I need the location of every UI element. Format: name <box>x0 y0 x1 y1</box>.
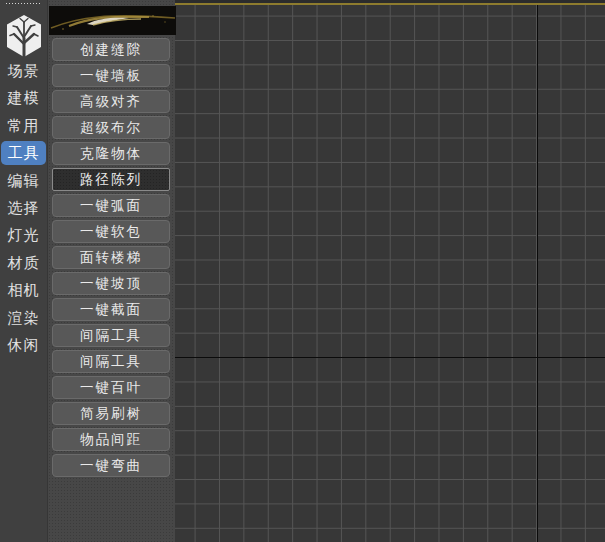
sidebar-item-edit[interactable]: 编辑 <box>1 169 46 193</box>
panel-grip-handle[interactable] <box>5 2 42 6</box>
sidebar-item-camera[interactable]: 相机 <box>1 278 46 302</box>
tree-hexagon-logo-icon <box>5 14 43 58</box>
sidebar-item-lights[interactable]: 灯光 <box>1 223 46 247</box>
sidebar-item-leisure[interactable]: 休闲 <box>1 333 46 357</box>
plugin-toolbox-panel: 创建缝隙 一键墙板 高级对齐 超级布尔 克隆物体 路径陈列 一键弧面 一键软包 … <box>47 0 176 542</box>
tool-button-spacing-tool-2[interactable]: 间隔工具 <box>52 350 170 373</box>
tool-button-soft-pad[interactable]: 一键软包 <box>52 220 170 243</box>
tool-button-path-array[interactable]: 路径陈列 <box>52 168 170 191</box>
tool-button-super-boolean[interactable]: 超级布尔 <box>52 116 170 139</box>
tool-button-wall-panel[interactable]: 一键墙板 <box>52 64 170 87</box>
sidebar-item-material[interactable]: 材质 <box>1 251 46 275</box>
grid-axis-horizontal <box>175 357 605 359</box>
tool-button-bend[interactable]: 一键弯曲 <box>52 454 170 477</box>
sidebar-item-scene[interactable]: 场景 <box>1 59 46 83</box>
banner-image <box>49 6 176 35</box>
sidebar-item-select[interactable]: 选择 <box>1 196 46 220</box>
sidebar-item-render[interactable]: 渲染 <box>1 306 46 330</box>
tool-button-brush-trees[interactable]: 简易刷树 <box>52 402 170 425</box>
category-sidebar: 场景 建模 常用 工具 编辑 选择 灯光 材质 相机 渲染 休闲 <box>0 0 47 542</box>
tool-button-create-gap[interactable]: 创建缝隙 <box>52 38 170 61</box>
tool-button-roof-slope[interactable]: 一键坡顶 <box>52 272 170 295</box>
sidebar-item-tools[interactable]: 工具 <box>1 141 46 165</box>
sidebar-item-list: 场景 建模 常用 工具 编辑 选择 灯光 材质 相机 渲染 休闲 <box>1 59 46 357</box>
tool-button-spacing-tool-1[interactable]: 间隔工具 <box>52 324 170 347</box>
tool-button-face-to-stairs[interactable]: 面转楼梯 <box>52 246 170 269</box>
viewport-grid[interactable] <box>175 0 605 542</box>
tool-button-list: 创建缝隙 一键墙板 高级对齐 超级布尔 克隆物体 路径陈列 一键弧面 一键软包 … <box>52 38 170 477</box>
app-window: 场景 建模 常用 工具 编辑 选择 灯光 材质 相机 渲染 休闲 <box>0 0 605 542</box>
tool-button-item-spacing[interactable]: 物品间距 <box>52 428 170 451</box>
tool-button-clone-object[interactable]: 克隆物体 <box>52 142 170 165</box>
left-panel: 场景 建模 常用 工具 编辑 选择 灯光 材质 相机 渲染 休闲 <box>0 0 175 542</box>
sidebar-item-common[interactable]: 常用 <box>1 114 46 138</box>
tool-button-section-cut[interactable]: 一键截面 <box>52 298 170 321</box>
grid-axis-vertical <box>537 5 539 542</box>
tool-button-arc-surface[interactable]: 一键弧面 <box>52 194 170 217</box>
sidebar-item-modeling[interactable]: 建模 <box>1 86 46 110</box>
tool-button-advanced-align[interactable]: 高级对齐 <box>52 90 170 113</box>
tool-button-louver[interactable]: 一键百叶 <box>52 376 170 399</box>
